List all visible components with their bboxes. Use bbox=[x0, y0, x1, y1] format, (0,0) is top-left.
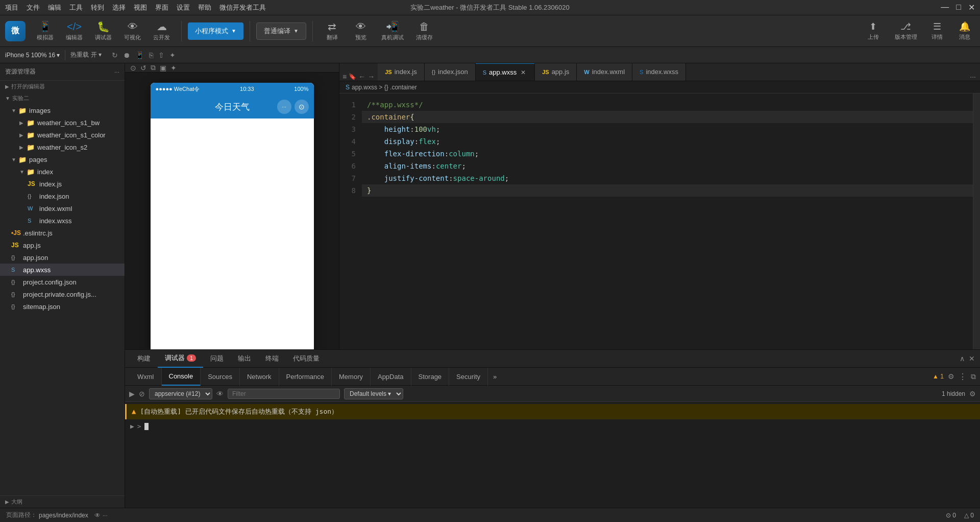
translate-btn[interactable]: ⇄ 翻译 bbox=[319, 18, 346, 43]
phone-tool-icon2[interactable]: ↺ bbox=[140, 64, 146, 72]
menu-item-view[interactable]: 视图 bbox=[134, 3, 147, 12]
bottom-tab-terminal[interactable]: 终端 bbox=[258, 350, 286, 368]
tab-forward-icon[interactable]: → bbox=[368, 73, 375, 81]
clear-cache-btn[interactable]: 🗑 清缓存 bbox=[411, 19, 438, 43]
devtools-tab-console[interactable]: Console bbox=[162, 368, 201, 386]
tree-item-s2[interactable]: ▶ 📁 weather_icon_s2 bbox=[0, 141, 125, 153]
tree-item-app-json[interactable]: {} app.json bbox=[0, 251, 125, 264]
devtools-dock-icon[interactable]: ⧉ bbox=[971, 372, 976, 381]
devtools-tab-appdata[interactable]: AppData bbox=[371, 368, 411, 386]
menu-item-select[interactable]: 选择 bbox=[112, 3, 126, 12]
detail-btn[interactable]: ☰ 详情 bbox=[927, 21, 947, 41]
sim-btn[interactable]: 📱 模拟器 bbox=[32, 18, 59, 43]
devtools-settings-icon[interactable]: ⚙ bbox=[948, 372, 954, 381]
tree-item-eslint[interactable]: •JS .eslintrc.js bbox=[0, 227, 125, 239]
tree-item-project-private[interactable]: {} project.private.config.js... bbox=[0, 288, 125, 300]
tree-item-sitemap[interactable]: {} sitemap.json bbox=[0, 300, 125, 313]
menu-item-help[interactable]: 帮助 bbox=[198, 3, 211, 12]
console-stop-icon[interactable]: ⊘ bbox=[139, 390, 145, 398]
bottom-tab-debugger[interactable]: 调试器 1 bbox=[158, 350, 203, 368]
phone-icon[interactable]: 📱 bbox=[135, 51, 144, 59]
console-expand-icon[interactable]: ▶ bbox=[130, 422, 134, 430]
tree-item-color[interactable]: ▶ 📁 weather_icon_s1_color bbox=[0, 129, 125, 141]
devtools-tab-performance[interactable]: Performance bbox=[279, 368, 332, 386]
bottom-tab-build[interactable]: 构建 bbox=[130, 350, 158, 368]
devtools-tab-memory[interactable]: Memory bbox=[332, 368, 371, 386]
tab-index-wxml[interactable]: W index.wxml bbox=[577, 63, 632, 81]
phone-nav-icon2[interactable]: ⊙ bbox=[295, 100, 309, 114]
code-editor[interactable]: 1 2 3 4 5 6 7 8 /**app.wxss*/ .co bbox=[339, 93, 980, 349]
tab-app-wxss[interactable]: S app.wxss ✕ bbox=[476, 63, 535, 81]
menu-item-tools[interactable]: 工具 bbox=[69, 3, 83, 12]
debug-btn[interactable]: 🐛 调试器 bbox=[90, 18, 117, 43]
sidebar-explorer-header[interactable]: 资源管理器 ··· bbox=[0, 63, 125, 81]
console-filter-input[interactable] bbox=[228, 389, 340, 399]
menu-item-wechat-tools[interactable]: 微信开发者工具 bbox=[219, 3, 266, 12]
tree-item-index-wxss[interactable]: S index.wxss bbox=[0, 215, 125, 227]
window-maximize[interactable]: □ bbox=[956, 3, 961, 12]
copy-icon[interactable]: ⎘ bbox=[149, 51, 153, 59]
status-eye-icon[interactable]: 👁 bbox=[94, 512, 101, 519]
menu-item-ui[interactable]: 界面 bbox=[155, 3, 168, 12]
menu-item-project[interactable]: 项目 bbox=[5, 3, 18, 12]
bottom-tab-issues[interactable]: 问题 bbox=[203, 350, 231, 368]
cloud-btn[interactable]: ☁ 云开发 bbox=[148, 18, 175, 43]
breadcrumb-text[interactable]: app.wxss > {} .container bbox=[352, 84, 417, 91]
tree-item-index-json[interactable]: {} index.json bbox=[0, 190, 125, 202]
bottom-tab-quality[interactable]: 代码质量 bbox=[286, 350, 327, 368]
refresh-icon[interactable]: ↻ bbox=[112, 51, 118, 59]
device-selector[interactable]: iPhone 5 100% 16 ▾ bbox=[5, 52, 60, 59]
tree-item-images[interactable]: ▼ 📁 images bbox=[0, 104, 125, 116]
window-minimize[interactable]: — bbox=[941, 3, 949, 12]
tabs-more-icon[interactable]: ··· bbox=[970, 73, 976, 81]
hot-reload-label[interactable]: 热重载 开 ▾ bbox=[70, 51, 102, 59]
console-input-line[interactable]: ▶ > bbox=[125, 419, 980, 433]
status-more-icon[interactable]: ··· bbox=[103, 512, 108, 519]
bottom-close-icon[interactable]: ✕ bbox=[969, 354, 975, 363]
tree-item-project-config[interactable]: {} project.config.json bbox=[0, 276, 125, 288]
preview-btn[interactable]: 👁 预览 bbox=[348, 19, 374, 43]
real-debug-btn[interactable]: 📲 真机调试 bbox=[376, 18, 409, 43]
open-editors-section[interactable]: ▶ 打开的编辑器 bbox=[0, 81, 125, 92]
phone-tool-icon5[interactable]: ✦ bbox=[170, 64, 177, 72]
console-run-icon[interactable]: ▶ bbox=[129, 390, 135, 398]
tab-index-json[interactable]: {} index.json bbox=[425, 63, 476, 81]
tree-item-bw[interactable]: ▶ 📁 weather_icon_s1_bw bbox=[0, 116, 125, 129]
phone-nav-icon1[interactable]: ··· bbox=[277, 100, 291, 114]
code-lines[interactable]: /**app.wxss*/ .container{ height:100vh; … bbox=[362, 93, 973, 349]
tree-item-index[interactable]: ▼ 📁 index bbox=[0, 165, 125, 178]
version-btn[interactable]: ⎇ 版本管理 bbox=[892, 21, 920, 41]
tab-list-icon[interactable]: ≡ bbox=[342, 73, 347, 81]
devtools-tab-storage[interactable]: Storage bbox=[411, 368, 450, 386]
tree-item-index-wxml[interactable]: W index.wxml bbox=[0, 202, 125, 215]
tab-close-wxss[interactable]: ✕ bbox=[519, 68, 527, 77]
compile-dropdown[interactable]: 普通编译 ▼ bbox=[256, 22, 306, 40]
console-eye-icon[interactable]: 👁 bbox=[216, 390, 224, 398]
tree-item-app-js[interactable]: JS app.js bbox=[0, 239, 125, 251]
project-section[interactable]: ▼ 实验二 bbox=[0, 92, 125, 104]
bottom-collapse-icon[interactable]: ∧ bbox=[960, 354, 965, 363]
tab-back-icon[interactable]: ← bbox=[358, 73, 365, 81]
notify-btn[interactable]: 🔔 消息 bbox=[954, 21, 975, 41]
menu-item-settings[interactable]: 设置 bbox=[177, 3, 190, 12]
tree-item-pages[interactable]: ▼ 📁 pages bbox=[0, 153, 125, 165]
visual-btn[interactable]: 👁 可视化 bbox=[119, 19, 146, 43]
tree-item-app-wxss[interactable]: S app.wxss bbox=[0, 264, 125, 276]
console-level-select[interactable]: Default levels ▾ bbox=[344, 388, 403, 399]
tree-item-index-js[interactable]: JS index.js bbox=[0, 178, 125, 190]
tab-bookmark-icon[interactable]: 🔖 bbox=[349, 73, 356, 80]
menu-item-goto[interactable]: 转到 bbox=[91, 3, 104, 12]
mode-dropdown[interactable]: 小程序模式 ▼ bbox=[188, 22, 243, 40]
devtools-more-btn[interactable]: ⋮ bbox=[959, 372, 967, 382]
devtools-tab-network[interactable]: Network bbox=[240, 368, 279, 386]
console-settings-icon[interactable]: ⚙ bbox=[969, 390, 976, 398]
devtools-tab-wxml[interactable]: Wxml bbox=[130, 368, 162, 386]
status-page-path[interactable]: pages/index/index bbox=[39, 512, 88, 519]
devtools-tab-sources[interactable]: Sources bbox=[201, 368, 240, 386]
menu-item-edit[interactable]: 编辑 bbox=[48, 3, 61, 12]
share-icon[interactable]: ⇧ bbox=[158, 51, 164, 59]
phone-tool-icon4[interactable]: ▣ bbox=[160, 64, 166, 72]
menu-item-file[interactable]: 文件 bbox=[27, 3, 40, 12]
console-service-select[interactable]: appservice (#12) bbox=[149, 388, 212, 399]
star-icon[interactable]: ✦ bbox=[169, 51, 176, 59]
